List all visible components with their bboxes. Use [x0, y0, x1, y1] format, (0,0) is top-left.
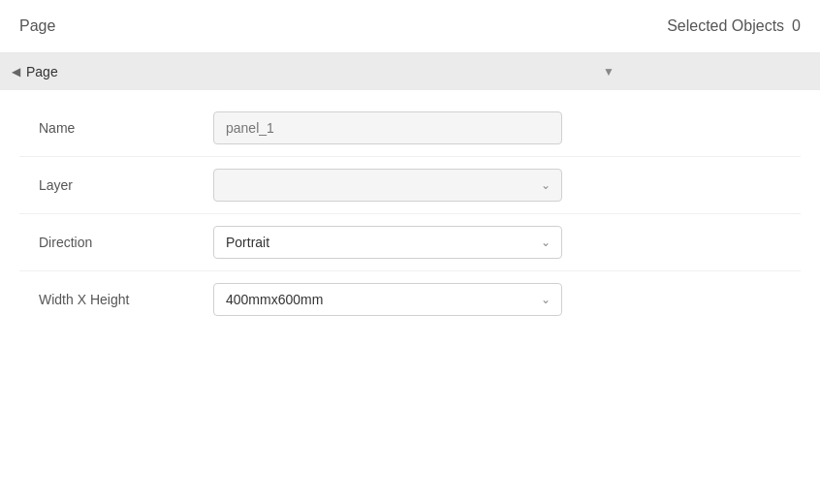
property-label-direction: Direction	[19, 235, 213, 250]
section-dropdown-icon: ▼	[603, 65, 615, 79]
width-height-select[interactable]: 400mmx600mm 200mmx300mm 600mmx900mm	[213, 283, 562, 316]
property-row-direction: Direction Portrait Landscape ⌄	[19, 214, 801, 271]
property-row-name: Name	[19, 100, 801, 157]
name-input[interactable]	[213, 111, 562, 144]
property-control-layer: ⌄	[213, 169, 562, 202]
layer-select-wrapper: ⌄	[213, 169, 562, 202]
top-bar: Page Selected Objects 0	[0, 0, 820, 53]
page-label: Page	[19, 17, 55, 35]
property-control-direction: Portrait Landscape ⌄	[213, 226, 562, 259]
property-control-name	[213, 111, 562, 144]
direction-select[interactable]: Portrait Landscape	[213, 226, 562, 259]
property-label-layer: Layer	[19, 177, 213, 193]
property-row-width-height: Width X Height 400mmx600mm 200mmx300mm 6…	[19, 271, 801, 328]
property-label-name: Name	[19, 120, 213, 136]
section-title: Page	[26, 64, 58, 79]
property-label-width-height: Width X Height	[19, 292, 213, 307]
width-height-select-wrapper: 400mmx600mm 200mmx300mm 600mmx900mm ⌄	[213, 283, 562, 316]
section-header[interactable]: ◀ Page ▼	[0, 53, 820, 90]
property-control-width-height: 400mmx600mm 200mmx300mm 600mmx900mm ⌄	[213, 283, 562, 316]
direction-select-wrapper: Portrait Landscape ⌄	[213, 226, 562, 259]
layer-select[interactable]	[213, 169, 562, 202]
property-row-layer: Layer ⌄	[19, 157, 801, 214]
selected-objects-count: 0	[792, 17, 801, 35]
section-collapse-icon: ◀	[12, 65, 20, 79]
selected-objects-area: Selected Objects 0	[667, 17, 801, 35]
selected-objects-label: Selected Objects	[667, 17, 784, 35]
properties-area: Name Layer ⌄ Direction Portrait Landscap…	[0, 90, 820, 337]
